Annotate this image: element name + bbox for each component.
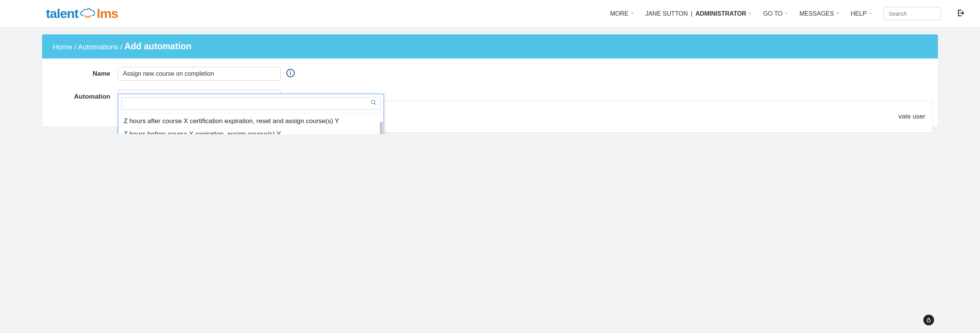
nav-more-label: MORE	[610, 10, 629, 17]
nav-user-role: ADMINISTRATOR	[696, 10, 746, 17]
cloud-smile-icon	[79, 8, 96, 19]
chevron-down-icon	[836, 13, 839, 15]
automation-dropdown: Z hours after course X certification exp…	[118, 94, 384, 134]
nav-goto-label: GO TO	[763, 10, 782, 17]
dropdown-item[interactable]: Z hours after course X certification exp…	[118, 115, 384, 128]
top-nav-bar: talent lms MORE JANE SUTTON | ADMINISTRA…	[0, 0, 980, 28]
chevron-down-icon	[748, 13, 751, 15]
chevron-down-icon	[631, 13, 634, 15]
search-icon	[371, 99, 377, 107]
dropdown-search-input[interactable]	[121, 97, 381, 110]
logo-text-talent: talent	[46, 6, 78, 21]
logout-icon[interactable]	[956, 9, 965, 19]
dropdown-list: Z hours after course X certification exp…	[118, 113, 384, 134]
svg-line-4	[374, 103, 376, 105]
nav-goto[interactable]: GO TO	[763, 10, 788, 17]
nav-help[interactable]: HELP	[851, 10, 872, 17]
breadcrumb: Home / Automations / Add automation	[42, 34, 938, 58]
nav-messages-label: MESSAGES	[799, 10, 834, 17]
name-label: Name	[53, 70, 118, 78]
breadcrumb-home[interactable]: Home	[53, 43, 72, 51]
name-input[interactable]	[118, 67, 281, 81]
svg-point-2	[290, 71, 291, 71]
partial-text: vate user	[898, 113, 925, 120]
logo-text-lms: lms	[97, 6, 118, 21]
nav-more[interactable]: MORE	[610, 10, 634, 17]
dropdown-item[interactable]: Z hours before course X expiration, assi…	[118, 128, 384, 134]
chevron-down-icon	[869, 13, 872, 15]
nav-user-menu[interactable]: JANE SUTTON | ADMINISTRATOR	[645, 10, 752, 17]
nav-user-name: JANE SUTTON	[645, 10, 688, 17]
info-icon[interactable]	[286, 68, 295, 79]
automation-label: Automation	[53, 93, 118, 101]
logo[interactable]: talent lms	[46, 6, 118, 21]
svg-point-3	[371, 100, 375, 104]
breadcrumb-current: Add automation	[124, 41, 191, 51]
chevron-down-icon	[785, 13, 788, 15]
nav-help-label: HELP	[851, 10, 867, 17]
search-input[interactable]	[884, 7, 941, 20]
breadcrumb-automations[interactable]: Automations	[78, 43, 118, 51]
main-card: Home / Automations / Add automation Name	[42, 34, 938, 127]
nav-messages[interactable]: MESSAGES	[799, 10, 839, 17]
scrollbar-thumb[interactable]	[380, 122, 383, 134]
